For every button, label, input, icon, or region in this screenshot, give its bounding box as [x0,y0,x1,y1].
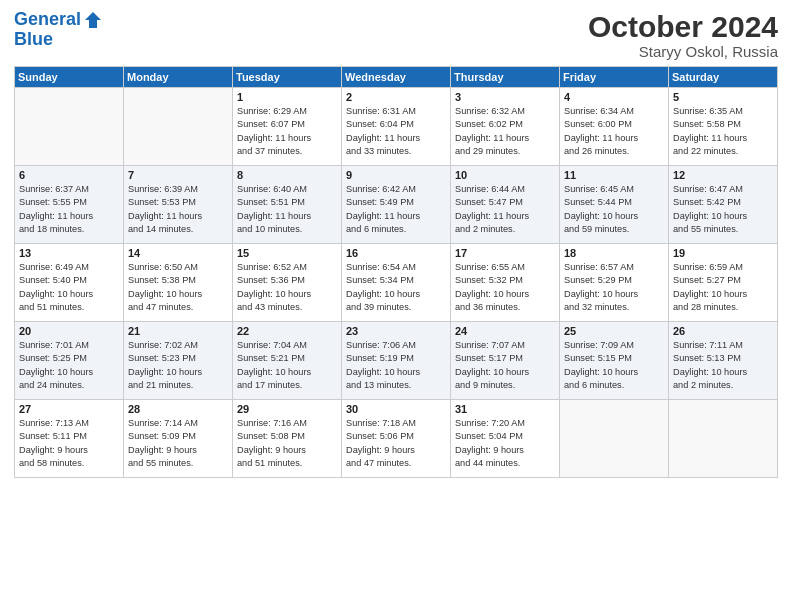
calendar-cell: 16Sunrise: 6:54 AM Sunset: 5:34 PM Dayli… [342,244,451,322]
day-info: Sunrise: 6:44 AM Sunset: 5:47 PM Dayligh… [455,183,555,236]
calendar-cell: 18Sunrise: 6:57 AM Sunset: 5:29 PM Dayli… [560,244,669,322]
calendar-week-2: 6Sunrise: 6:37 AM Sunset: 5:55 PM Daylig… [15,166,778,244]
day-number: 30 [346,403,446,415]
day-info: Sunrise: 6:47 AM Sunset: 5:42 PM Dayligh… [673,183,773,236]
day-info: Sunrise: 7:13 AM Sunset: 5:11 PM Dayligh… [19,417,119,470]
calendar-cell: 27Sunrise: 7:13 AM Sunset: 5:11 PM Dayli… [15,400,124,478]
calendar-cell: 30Sunrise: 7:18 AM Sunset: 5:06 PM Dayli… [342,400,451,478]
calendar-cell: 22Sunrise: 7:04 AM Sunset: 5:21 PM Dayli… [233,322,342,400]
day-number: 26 [673,325,773,337]
calendar-cell: 11Sunrise: 6:45 AM Sunset: 5:44 PM Dayli… [560,166,669,244]
day-info: Sunrise: 6:59 AM Sunset: 5:27 PM Dayligh… [673,261,773,314]
calendar-cell [669,400,778,478]
logo-text: General [14,10,81,30]
day-number: 6 [19,169,119,181]
calendar-cell: 25Sunrise: 7:09 AM Sunset: 5:15 PM Dayli… [560,322,669,400]
day-info: Sunrise: 6:54 AM Sunset: 5:34 PM Dayligh… [346,261,446,314]
header-friday: Friday [560,67,669,88]
calendar-week-3: 13Sunrise: 6:49 AM Sunset: 5:40 PM Dayli… [15,244,778,322]
day-info: Sunrise: 6:45 AM Sunset: 5:44 PM Dayligh… [564,183,664,236]
day-number: 20 [19,325,119,337]
day-info: Sunrise: 7:01 AM Sunset: 5:25 PM Dayligh… [19,339,119,392]
day-info: Sunrise: 6:39 AM Sunset: 5:53 PM Dayligh… [128,183,228,236]
calendar-cell: 2Sunrise: 6:31 AM Sunset: 6:04 PM Daylig… [342,88,451,166]
header-thursday: Thursday [451,67,560,88]
calendar-cell: 5Sunrise: 6:35 AM Sunset: 5:58 PM Daylig… [669,88,778,166]
calendar-week-4: 20Sunrise: 7:01 AM Sunset: 5:25 PM Dayli… [15,322,778,400]
day-number: 29 [237,403,337,415]
day-number: 28 [128,403,228,415]
day-info: Sunrise: 6:50 AM Sunset: 5:38 PM Dayligh… [128,261,228,314]
day-info: Sunrise: 6:34 AM Sunset: 6:00 PM Dayligh… [564,105,664,158]
day-number: 25 [564,325,664,337]
calendar-title: October 2024 [588,10,778,43]
calendar-cell: 9Sunrise: 6:42 AM Sunset: 5:49 PM Daylig… [342,166,451,244]
calendar-cell [124,88,233,166]
day-number: 2 [346,91,446,103]
day-info: Sunrise: 6:49 AM Sunset: 5:40 PM Dayligh… [19,261,119,314]
calendar-cell: 20Sunrise: 7:01 AM Sunset: 5:25 PM Dayli… [15,322,124,400]
header-tuesday: Tuesday [233,67,342,88]
logo-icon [83,10,103,30]
svg-marker-0 [85,12,101,28]
page: General Blue October 2024 Staryy Oskol, … [0,0,792,612]
day-info: Sunrise: 7:16 AM Sunset: 5:08 PM Dayligh… [237,417,337,470]
header-saturday: Saturday [669,67,778,88]
day-info: Sunrise: 7:09 AM Sunset: 5:15 PM Dayligh… [564,339,664,392]
calendar-cell: 12Sunrise: 6:47 AM Sunset: 5:42 PM Dayli… [669,166,778,244]
day-number: 5 [673,91,773,103]
day-number: 31 [455,403,555,415]
day-info: Sunrise: 7:11 AM Sunset: 5:13 PM Dayligh… [673,339,773,392]
day-info: Sunrise: 6:29 AM Sunset: 6:07 PM Dayligh… [237,105,337,158]
calendar-cell: 3Sunrise: 6:32 AM Sunset: 6:02 PM Daylig… [451,88,560,166]
day-number: 4 [564,91,664,103]
day-info: Sunrise: 6:55 AM Sunset: 5:32 PM Dayligh… [455,261,555,314]
calendar-cell: 13Sunrise: 6:49 AM Sunset: 5:40 PM Dayli… [15,244,124,322]
day-number: 24 [455,325,555,337]
day-info: Sunrise: 7:04 AM Sunset: 5:21 PM Dayligh… [237,339,337,392]
calendar-cell [15,88,124,166]
day-number: 13 [19,247,119,259]
calendar-week-5: 27Sunrise: 7:13 AM Sunset: 5:11 PM Dayli… [15,400,778,478]
header-wednesday: Wednesday [342,67,451,88]
calendar-cell [560,400,669,478]
calendar-table: Sunday Monday Tuesday Wednesday Thursday… [14,66,778,478]
title-block: October 2024 Staryy Oskol, Russia [588,10,778,60]
header-sunday: Sunday [15,67,124,88]
calendar-cell: 4Sunrise: 6:34 AM Sunset: 6:00 PM Daylig… [560,88,669,166]
day-number: 8 [237,169,337,181]
calendar-cell: 7Sunrise: 6:39 AM Sunset: 5:53 PM Daylig… [124,166,233,244]
calendar-cell: 19Sunrise: 6:59 AM Sunset: 5:27 PM Dayli… [669,244,778,322]
day-info: Sunrise: 6:42 AM Sunset: 5:49 PM Dayligh… [346,183,446,236]
day-number: 18 [564,247,664,259]
day-info: Sunrise: 6:40 AM Sunset: 5:51 PM Dayligh… [237,183,337,236]
day-number: 15 [237,247,337,259]
day-info: Sunrise: 7:20 AM Sunset: 5:04 PM Dayligh… [455,417,555,470]
day-number: 10 [455,169,555,181]
calendar-cell: 31Sunrise: 7:20 AM Sunset: 5:04 PM Dayli… [451,400,560,478]
calendar-cell: 10Sunrise: 6:44 AM Sunset: 5:47 PM Dayli… [451,166,560,244]
day-number: 7 [128,169,228,181]
day-number: 17 [455,247,555,259]
day-info: Sunrise: 7:02 AM Sunset: 5:23 PM Dayligh… [128,339,228,392]
day-number: 22 [237,325,337,337]
day-info: Sunrise: 6:31 AM Sunset: 6:04 PM Dayligh… [346,105,446,158]
day-info: Sunrise: 6:52 AM Sunset: 5:36 PM Dayligh… [237,261,337,314]
day-number: 12 [673,169,773,181]
day-number: 9 [346,169,446,181]
day-number: 1 [237,91,337,103]
day-info: Sunrise: 6:37 AM Sunset: 5:55 PM Dayligh… [19,183,119,236]
day-number: 16 [346,247,446,259]
day-number: 3 [455,91,555,103]
day-info: Sunrise: 7:06 AM Sunset: 5:19 PM Dayligh… [346,339,446,392]
calendar-cell: 24Sunrise: 7:07 AM Sunset: 5:17 PM Dayli… [451,322,560,400]
day-info: Sunrise: 6:57 AM Sunset: 5:29 PM Dayligh… [564,261,664,314]
logo: General Blue [14,10,103,50]
calendar-cell: 6Sunrise: 6:37 AM Sunset: 5:55 PM Daylig… [15,166,124,244]
day-info: Sunrise: 7:14 AM Sunset: 5:09 PM Dayligh… [128,417,228,470]
header-monday: Monday [124,67,233,88]
day-number: 21 [128,325,228,337]
calendar-cell: 21Sunrise: 7:02 AM Sunset: 5:23 PM Dayli… [124,322,233,400]
logo-text-blue: Blue [14,30,103,50]
day-number: 19 [673,247,773,259]
